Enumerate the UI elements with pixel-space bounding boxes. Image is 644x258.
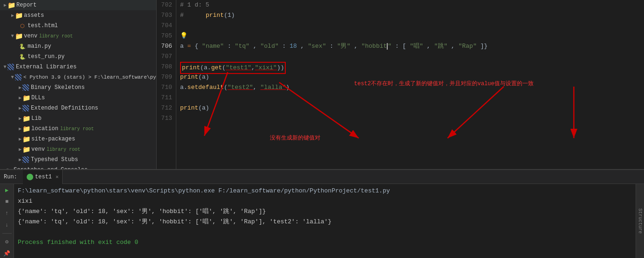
sidebar-item-extended-definitions[interactable]: ▶ Extended Definitions xyxy=(0,103,156,113)
folder-icon: 📁 xyxy=(15,12,22,19)
sidebar-item-label: DLLs xyxy=(31,95,45,101)
sidebar-item-label: Binary Skeletons xyxy=(31,84,85,91)
code-text: )) xyxy=(277,64,284,71)
stop-button[interactable]: ■ xyxy=(2,198,12,206)
run-sidebar: ▶ ■ ↑ ↓ ⚙ 📌 xyxy=(0,184,14,258)
operator: = xyxy=(188,43,191,50)
code-text: (1) xyxy=(224,12,235,19)
sidebar-item-main-py[interactable]: 🐍 main.py xyxy=(0,41,156,52)
sidebar-item-site-packages[interactable]: ▶ 📁 site-packages xyxy=(0,134,156,144)
run-tab-label: test1 xyxy=(35,174,52,180)
code-text: a. xyxy=(180,84,188,91)
annotation-test2: test2不存在时，生成了新的键值对，并且对应的value值与设置的一致 xyxy=(354,80,534,88)
string: "Rap" xyxy=(458,43,477,50)
run-tab[interactable]: test1 ✕ xyxy=(23,170,63,184)
run-status-icon xyxy=(27,174,33,180)
code-text: , xyxy=(451,43,459,50)
library-root-badge: library root xyxy=(60,126,94,132)
code-text: { xyxy=(195,43,198,50)
code-text: , xyxy=(253,84,260,91)
run-panel: Run: test1 ✕ ▶ ■ ↑ ↓ ⚙ 📌 F:\learn_softwa… xyxy=(0,169,644,258)
fn-name: get xyxy=(211,64,222,71)
sidebar-item-venv[interactable]: ▶ 📁 venv library root xyxy=(0,31,156,41)
close-tab-btn[interactable]: ✕ xyxy=(56,174,59,180)
code-text: : xyxy=(330,43,337,50)
sidebar-item-label: Typeshed Stubs xyxy=(31,156,78,163)
run-output: F:\learn_software\python\stars\venv\Scri… xyxy=(14,184,636,258)
sidebar-item-binary-skeletons[interactable]: ▶ Binary Skeletons xyxy=(0,82,156,93)
sidebar-item-scratches[interactable]: ⚙ Scratches and Consoles xyxy=(0,165,156,169)
sidebar-item-python39[interactable]: ▶ < Python 3.9 (stars) > F:\learn_softwa… xyxy=(0,72,156,82)
annotation-no-new-kv: 没有生成新的键值对 xyxy=(270,134,320,142)
play-button[interactable]: ▶ xyxy=(2,186,12,195)
code-text: , xyxy=(427,43,434,50)
code-text: : xyxy=(227,43,235,50)
code-text: , xyxy=(301,43,308,50)
collapse-arrow: ▶ xyxy=(19,136,22,142)
code-text: , xyxy=(251,64,255,71)
settings-button[interactable]: ⚙ xyxy=(2,237,12,246)
lightbulb-icon[interactable]: 💡 xyxy=(180,32,188,39)
fn-name: print xyxy=(180,74,198,81)
sidebar-item-label: External Libraries xyxy=(16,64,77,70)
line-numbers: 702 703 704 705 706 707 708 709 710 711 … xyxy=(157,0,176,169)
sidebar-item-label: assets xyxy=(24,12,44,19)
output-line-dict1: {'name': 'tq', 'old': 18, 'sex': '男', 'h… xyxy=(18,206,632,217)
line-num: 707 xyxy=(157,52,172,62)
library-root-badge: library root xyxy=(39,34,73,39)
folder-icon: 📁 xyxy=(22,146,30,153)
code-line-708: print(a.get("test1","xixi")) xyxy=(180,62,644,72)
divider xyxy=(2,233,12,234)
library-icon xyxy=(22,105,29,111)
sidebar-item-dlls[interactable]: ▶ 📁 DLLs xyxy=(0,93,156,103)
code-line-706: a = { "name" : "tq" , "old" : 18 , "sex"… xyxy=(180,41,644,52)
collapse-arrow: ▶ xyxy=(11,13,14,18)
folder-icon: 📁 xyxy=(7,1,15,9)
sidebar-item-test-run-py[interactable]: 🐍 test_run.py xyxy=(0,52,156,62)
code-text: (a) xyxy=(198,104,209,111)
code-line-707 xyxy=(180,52,644,62)
sidebar-item-typeshed-stubs[interactable]: ▶ Typeshed Stubs xyxy=(0,155,156,165)
fn-name: print xyxy=(206,12,224,19)
sidebar-item-report[interactable]: ▶ 📁 Report xyxy=(0,0,156,10)
code-line-712: print(a) xyxy=(180,103,644,113)
library-root-badge: library root xyxy=(47,147,80,152)
folder-icon: 📁 xyxy=(22,135,30,143)
line-num: 704 xyxy=(157,21,172,31)
folder-icon: 📁 xyxy=(22,125,30,133)
sidebar-item-label: venv xyxy=(31,146,45,153)
scroll-up-button[interactable]: ↑ xyxy=(2,209,12,218)
sidebar-item-label: test_run.py xyxy=(28,53,65,60)
sidebar-item-location[interactable]: ▶ 📁 location library root xyxy=(0,124,156,134)
library-icon xyxy=(15,74,22,81)
sidebar-item-test-html[interactable]: ⬡ test.html xyxy=(0,21,156,31)
line-num: 706 xyxy=(157,41,172,52)
output-line-dict2: {'name': 'tq', 'old': 18, 'sex': '男', 'h… xyxy=(18,217,632,227)
sidebar-item-lib[interactable]: ▶ 📁 Lib xyxy=(0,113,156,124)
pin-button[interactable]: 📌 xyxy=(2,249,12,258)
sidebar-item-venv2[interactable]: ▶ 📁 venv library root xyxy=(0,144,156,155)
run-header: Run: test1 ✕ xyxy=(0,170,644,184)
collapse-arrow: ▶ xyxy=(4,2,7,8)
py-file-icon: 🐍 xyxy=(19,53,26,60)
string: "test1" xyxy=(226,64,252,71)
sidebar-item-external-libraries[interactable]: ▶ External Libraries xyxy=(0,62,156,72)
output-line-exit: Process finished with exit code 0 xyxy=(18,237,632,248)
code-line-703: # print(1) xyxy=(180,10,644,21)
code-text: ( xyxy=(222,64,226,71)
code-line-704 xyxy=(180,21,644,31)
fn-name: setdefault xyxy=(188,84,224,91)
sidebar-item-assets[interactable]: ▶ 📁 assets xyxy=(0,10,156,21)
sidebar: ▶ 📁 Report ▶ 📁 assets ⬡ test.html ▶ 📁 ve… xyxy=(0,0,157,169)
sidebar-item-label: test.html xyxy=(28,22,58,29)
scroll-down-button[interactable]: ↓ xyxy=(2,221,12,230)
string: "old" xyxy=(260,43,279,50)
editor-area[interactable]: 702 703 704 705 706 707 708 709 710 711 … xyxy=(157,0,644,169)
sidebar-item-label: main.py xyxy=(28,43,51,50)
structure-tab[interactable]: Structure xyxy=(636,184,644,258)
line-num: 712 xyxy=(157,103,172,113)
line-num: 709 xyxy=(157,72,172,82)
string: "sex" xyxy=(308,43,326,50)
line-num: 710 xyxy=(157,82,172,93)
expand-arrow: ▶ xyxy=(2,66,8,68)
